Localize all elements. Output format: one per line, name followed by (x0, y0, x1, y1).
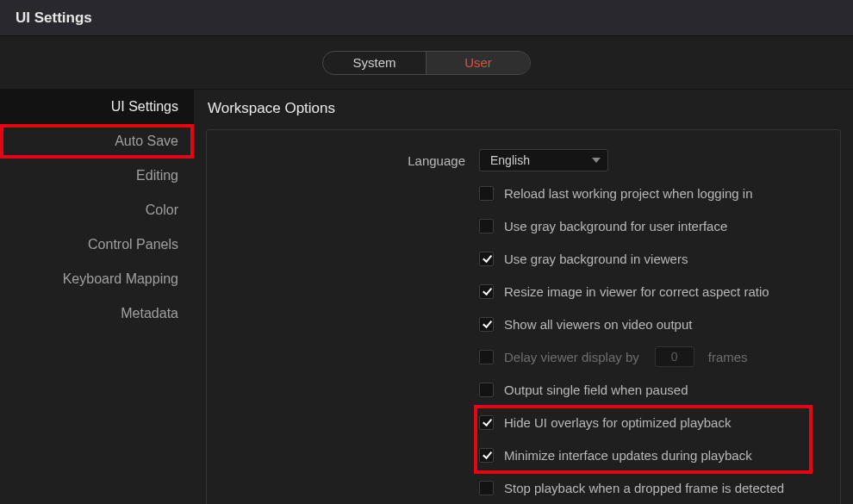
option-label: Minimize interface updates during playba… (504, 448, 752, 463)
chevron-down-icon (592, 158, 601, 163)
sidebar-item-ui-settings[interactable]: UI Settings (0, 90, 194, 124)
option-row: Reload last working project when logging… (224, 177, 823, 209)
language-label: Language (224, 153, 479, 168)
checkbox[interactable] (479, 448, 494, 463)
option-label: Reload last working project when logging… (504, 186, 753, 201)
sidebar-item-auto-save[interactable]: Auto Save (0, 124, 194, 159)
checkbox[interactable] (479, 350, 494, 364)
delay-unit: frames (708, 350, 748, 364)
sidebar: UI SettingsAuto SaveEditingColorControl … (0, 90, 194, 504)
tab-system[interactable]: System (323, 52, 426, 74)
checkbox[interactable] (479, 219, 494, 233)
tab-user[interactable]: User (426, 52, 530, 74)
checkbox[interactable] (479, 415, 494, 430)
checkbox[interactable] (479, 383, 494, 397)
option-label: Resize image in viewer for correct aspec… (504, 284, 769, 299)
option-label: Delay viewer display by (504, 350, 639, 364)
checkbox[interactable] (479, 186, 494, 201)
option-row: Minimize interface updates during playba… (224, 439, 823, 471)
segmented-control: System User (322, 51, 531, 75)
window-titlebar: UI Settings (0, 0, 853, 36)
sidebar-item-editing[interactable]: Editing (0, 159, 194, 193)
option-label: Show all viewers on video output (504, 317, 692, 332)
checkbox[interactable] (479, 284, 494, 299)
delay-input[interactable]: 0 (655, 346, 694, 367)
option-row: Stop playback when a dropped frame is de… (224, 471, 823, 504)
checkbox[interactable] (479, 252, 494, 266)
option-label: Use gray background in viewers (504, 252, 688, 266)
option-row: Use gray background for user interface (224, 209, 823, 242)
option-row: Hide UI overlays for optimized playback (224, 406, 823, 439)
option-row: Delay viewer display by0frames (224, 340, 823, 373)
sidebar-item-control-panels[interactable]: Control Panels (0, 227, 194, 262)
main-content: Workspace Options Language English Reloa… (194, 90, 853, 504)
window-title: UI Settings (16, 9, 92, 27)
sidebar-item-keyboard-mapping[interactable]: Keyboard Mapping (0, 262, 194, 296)
language-select[interactable]: English (479, 149, 608, 171)
section-title: Workspace Options (208, 100, 841, 117)
sidebar-item-color[interactable]: Color (0, 193, 194, 227)
option-row: Use gray background in viewers (224, 242, 823, 275)
checkbox[interactable] (479, 481, 494, 495)
checkbox[interactable] (479, 317, 494, 332)
options-panel: Language English Reload last working pro… (206, 129, 841, 504)
language-row: Language English (224, 144, 823, 177)
option-row: Output single field when paused (224, 373, 823, 406)
option-label: Stop playback when a dropped frame is de… (504, 481, 784, 495)
option-label: Hide UI overlays for optimized playback (504, 415, 731, 430)
option-row: Show all viewers on video output (224, 308, 823, 340)
sidebar-item-metadata[interactable]: Metadata (0, 296, 194, 331)
language-value: English (490, 153, 530, 167)
option-row: Resize image in viewer for correct aspec… (224, 275, 823, 308)
tab-strip: System User (0, 36, 853, 90)
option-label: Use gray background for user interface (504, 219, 727, 233)
option-label: Output single field when paused (504, 383, 688, 397)
